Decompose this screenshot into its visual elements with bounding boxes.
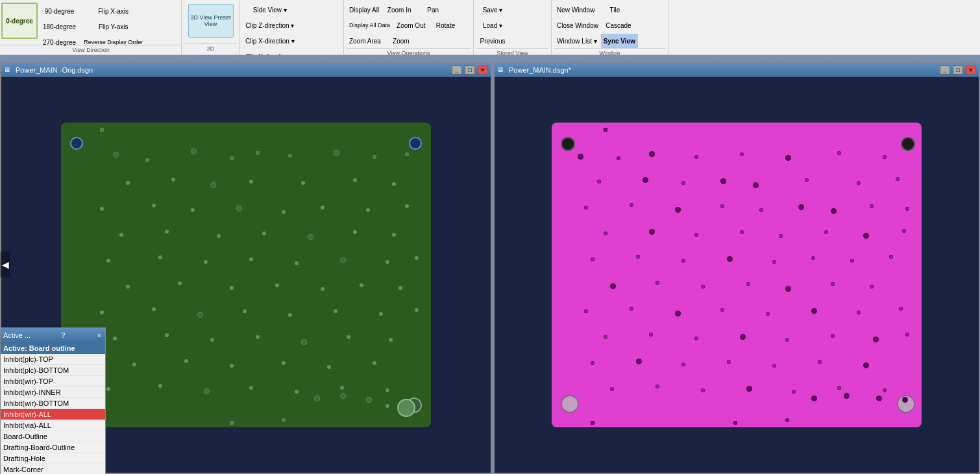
left-window-titlebar: 🖥 Power_MAIN -Orig.dsgn _ □ ✕ [1, 63, 491, 77]
toolbar-group-view-direction: 0-degree 90-degree 180-degree 270-degree… [0, 0, 182, 54]
btn-side-view[interactable]: Side View ▾ [243, 3, 297, 17]
btn-clip-z[interactable]: Clip Z-direction ▾ [243, 18, 297, 32]
layer-item-mark-corner[interactable]: Mark-Corner [1, 464, 105, 474]
layer-item-inhibit-wir-bottom[interactable]: Inhibit(wir)-BOTTOM [1, 398, 105, 409]
btn-flip-x[interactable]: Flip X-axis [81, 4, 145, 18]
corner-hole-tr [409, 137, 422, 150]
btn-0-degree[interactable]: 0-degree [1, 3, 38, 39]
hole-8 [373, 155, 376, 159]
btn-tile[interactable]: Tile [598, 3, 631, 17]
active-panel-titlebar: Active ... ? × [1, 328, 105, 342]
btn-zoom-out[interactable]: Zoom [385, 34, 417, 48]
toolbar-group-3d: 3D View Preset View 3D [182, 0, 240, 54]
right-window-close[interactable]: ✕ [966, 65, 976, 75]
toolbar-group-stored-view: Save ▾ Load ▾ Previous Stored View [474, 0, 552, 54]
layer-item-inhibit-wir-all[interactable]: Inhibit(wir)-ALL [1, 409, 105, 420]
hole-9 [405, 152, 409, 156]
layer-item-board-outline[interactable]: Board-Outline [1, 431, 105, 442]
btn-close-window[interactable]: Close Window [554, 18, 601, 32]
btn-rotate[interactable]: Rotate [430, 18, 462, 32]
corner-hole-br2 [397, 399, 415, 417]
btn-zoom-in[interactable]: Zoom Out [394, 18, 428, 32]
layer-list: Inhibit(plc)-TOPInhibit(plc)-BOTTOMInhib… [1, 354, 105, 474]
active-panel: Active ... ? × Active: Board outline Inh… [0, 327, 106, 474]
btn-display-all-label: Display All [349, 6, 379, 14]
btn-side-view-label: Side View ▾ [253, 6, 287, 14]
btn-save[interactable]: Save ▾ [476, 3, 509, 17]
active-board-label: Active: Board outline [1, 342, 105, 354]
btn-previous[interactable]: Previous [476, 34, 509, 48]
btn-cascade-label: Cascade [606, 22, 631, 29]
btn-new-window-label: New Window [557, 6, 594, 14]
btn-zoom-area[interactable]: Zoom Area [347, 34, 384, 48]
right-window-maximize[interactable]: □ [953, 65, 963, 75]
btn-cascade[interactable]: Cascade [602, 18, 635, 32]
active-panel-help-btn[interactable]: ? [60, 331, 66, 339]
btn-save-label: Save ▾ [483, 6, 503, 14]
layer-item-inhibit-plc-bottom[interactable]: Inhibit(plc)-BOTTOM [1, 365, 105, 376]
pcb-icon-right: 🖥 [497, 66, 504, 73]
btn-zoom-out-label: Zoom [393, 38, 410, 45]
pink-corner-tl [561, 137, 575, 151]
btn-zoom-in-label: Zoom Out [397, 22, 425, 29]
btn-tile-label: Tile [609, 6, 620, 14]
hole-2 [145, 158, 149, 162]
left-window-close[interactable]: ✕ [478, 65, 488, 75]
corner-hole-tl [70, 137, 83, 150]
btn-zoom[interactable]: Zoom In [383, 3, 415, 17]
layer-item-inhibit-wir-inner[interactable]: Inhibit(wir)-INNER [1, 387, 105, 398]
label-view-direction: View Direction [0, 45, 182, 54]
btn-pan[interactable]: Pan [417, 3, 449, 17]
btn-display-all-data[interactable]: Display All Data [347, 18, 393, 32]
btn-90-degree[interactable]: 90-degree [40, 4, 79, 18]
toolbar-group-cutting-plane: Side View ▾ Clip Z-direction ▾ Clip X-di… [240, 0, 344, 54]
left-window-maximize[interactable]: □ [465, 65, 475, 75]
left-window-minimize[interactable]: _ [452, 65, 462, 75]
layer-item-inhibit-wir-top[interactable]: Inhibit(wir)-TOP [1, 376, 105, 387]
btn-clip-x[interactable]: Clip X-direction ▾ [243, 34, 297, 48]
btn-sync-view[interactable]: Sync View [601, 34, 638, 48]
btn-pan-label: Pan [427, 6, 439, 14]
right-pcb-board[interactable] [552, 123, 922, 427]
btn-180-degree[interactable]: 180-degree [40, 19, 79, 34]
main-area: ◀ 🖥 Power_MAIN -Orig.dsgn _ □ ✕ [0, 55, 980, 474]
left-arrow-icon: ◀ [2, 259, 9, 270]
hole-1 [113, 152, 119, 158]
btn-load[interactable]: Load ▾ [476, 18, 509, 32]
btn-flip-x-label: Flip X-axis [98, 8, 129, 15]
btn-window-list[interactable]: Window List ▾ [554, 34, 600, 48]
btn-close-window-label: Close Window [557, 22, 598, 29]
right-window-titlebar: 🖥 Power_MAIN.dsgn* _ □ ✕ [495, 63, 979, 77]
toolbar-group-window: New Window Tile Close Window Cascade Win… [552, 0, 668, 54]
btn-display-all[interactable]: Display All [347, 3, 382, 17]
btn-flip-y[interactable]: Flip Y-axis [81, 19, 145, 34]
layer-item-inhibit-plc-top[interactable]: Inhibit(plc)-TOP [1, 354, 105, 365]
btn-zoom-label: Zoom In [387, 6, 411, 14]
btn-rotate-label: Rotate [436, 22, 455, 29]
active-panel-close-btn[interactable]: × [96, 331, 103, 339]
btn-display-all-data-label: Display All Data [349, 22, 390, 29]
hole-5 [256, 151, 260, 155]
btn-load-label: Load ▾ [483, 22, 502, 29]
btn-3d-view-preset[interactable]: 3D View Preset View [188, 4, 234, 38]
layer-item-drafting-board-outline[interactable]: Drafting-Board-Outline [1, 442, 105, 453]
toolbar-group-view-ops: Display All Zoom In Pan Display All Data… [344, 0, 474, 54]
layer-item-drafting-hole[interactable]: Drafting-Hole [1, 453, 105, 464]
layer-item-inhibit-via-all[interactable]: Inhibit(via)-ALL [1, 420, 105, 431]
left-window-title: Power_MAIN -Orig.dsgn [16, 66, 449, 74]
btn-new-window[interactable]: New Window [554, 3, 597, 17]
right-window-title: Power_MAIN.dsgn* [509, 66, 937, 74]
pink-corner-tr [901, 137, 915, 151]
left-nav-arrow[interactable]: ◀ [0, 252, 10, 278]
btn-window-list-label: Window List ▾ [557, 38, 597, 45]
hole-4 [230, 156, 234, 160]
btn-clip-z-label: Clip Z-direction ▾ [245, 22, 294, 29]
right-window-minimize[interactable]: _ [940, 65, 950, 75]
right-window: 🖥 Power_MAIN.dsgn* _ □ ✕ [493, 62, 980, 474]
pcb-icon-left: 🖥 [4, 66, 10, 73]
btn-clip-x-label: Clip X-direction ▾ [245, 38, 295, 45]
btn-flip-y-label: Flip Y-axis [99, 23, 129, 30]
toolbar: 0-degree 90-degree 180-degree 270-degree… [0, 0, 980, 55]
btn-180-degree-label: 180-degree [43, 23, 76, 30]
left-pcb-board[interactable] [61, 123, 431, 427]
